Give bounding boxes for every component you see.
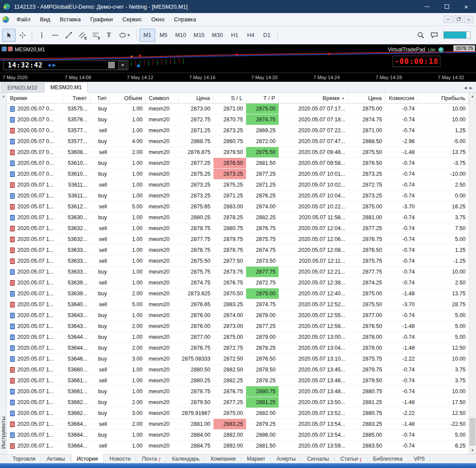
history-row[interactable]: 2020.05.07 1...53662...buy2.00mesm202879…	[7, 397, 469, 408]
bottom-tab[interactable]: Торговля	[7, 455, 41, 463]
trendline-tool-button[interactable]	[62, 29, 75, 42]
column-header-time_open[interactable]: Время	[7, 93, 63, 103]
timeframe-button-m15[interactable]: M15	[190, 29, 208, 42]
mdi-restore-button[interactable]	[454, 16, 463, 23]
bottom-tab[interactable]: Маркет	[241, 455, 271, 463]
close-button[interactable]: ×	[456, 0, 476, 13]
history-row[interactable]: 2020.05.07 1...53630...buy1.00mesm202880…	[7, 212, 469, 223]
text-tool-button[interactable]: T	[102, 29, 116, 42]
history-row[interactable]: 2020.05.07 1...53643...buy2.00mesm202876…	[7, 321, 469, 332]
zoom-tool-button[interactable]	[414, 29, 427, 42]
history-row[interactable]: 2020.05.07 0...53575...buy1.00mesm202873…	[7, 104, 469, 114]
history-row[interactable]: 2020.05.07 1...53633...buy1.00mesm202875…	[7, 267, 469, 277]
menu-item[interactable]: Сервис	[118, 13, 147, 26]
bottom-tab[interactable]: Активы	[41, 455, 70, 463]
history-row[interactable]: 2020.05.07 1...53639...buy2.00mesm202873…	[7, 288, 469, 299]
bottom-tab[interactable]: Новости	[104, 455, 136, 463]
column-header-volume[interactable]: Объем	[110, 93, 146, 103]
column-header-commission[interactable]: Комиссия	[385, 93, 418, 103]
chart-tab[interactable]: EPM20,M10	[1, 83, 43, 92]
next-arrow-icon[interactable]: ▶	[52, 63, 57, 67]
column-header-sl[interactable]: S / L	[213, 93, 246, 103]
history-row[interactable]: 2020.05.07 1...53633...sell1.00mesm20287…	[7, 256, 469, 267]
bottom-tab[interactable]: Сигналы	[301, 455, 335, 463]
scroll-up-icon[interactable]: ▲	[469, 93, 476, 100]
history-row[interactable]: 2020.05.07 0...53610...buy1.00mesm202877…	[7, 158, 469, 169]
table-scrollbar[interactable]: ▲ ▼	[469, 93, 476, 454]
history-row[interactable]: 2020.05.07 0...53577...buy4.00mesm202868…	[7, 136, 469, 147]
history-row[interactable]: 2020.05.07 1...53664...buy1.00mesm202884…	[7, 430, 469, 441]
column-header-tp[interactable]: T / P	[246, 93, 279, 103]
bottom-tab[interactable]: Почта7	[136, 455, 166, 463]
history-row[interactable]: 2020.05.07 1...53662...buy3.00mesm202879…	[7, 408, 469, 419]
history-row[interactable]: 2020.05.07 1...53640...sell5.00mesm20287…	[7, 299, 469, 310]
chart-window[interactable]: MESM20,M1 VirtualTradePad Lite 2878.75 1…	[0, 44, 476, 82]
fibonacci-tool-button[interactable]: F	[89, 29, 102, 42]
prev-arrow-icon[interactable]: ◀	[47, 63, 52, 67]
history-row[interactable]: 2020.05.07 1...53661...sell1.00mesm20288…	[7, 375, 469, 386]
column-header-symbol[interactable]: Символ	[146, 93, 179, 103]
history-row[interactable]: 2020.05.07 0...53576...buy1.00mesm202872…	[7, 114, 469, 125]
timeframe-button-d1[interactable]: D1	[259, 29, 275, 42]
menu-item[interactable]: Окно	[146, 13, 169, 26]
cursor-tool-button[interactable]	[2, 29, 16, 42]
history-row[interactable]: 2020.05.07 1...53644...buy2.00mesm202876…	[7, 343, 469, 354]
clock-close-icon[interactable]: ×	[118, 61, 127, 69]
history-row[interactable]: 2020.05.07 1...53664...sell1.00mesm20288…	[7, 441, 469, 451]
tab-scroll-left-icon[interactable]: ◀	[464, 86, 467, 90]
timeframe-button-m1[interactable]: M1	[140, 29, 155, 42]
tab-scroll-right-icon[interactable]: ▶	[469, 86, 473, 90]
globe-icon[interactable]	[438, 47, 444, 53]
history-row[interactable]: 2020.05.07 1...53644...buy1.00mesm202877…	[7, 332, 469, 343]
chart-window-icon[interactable]	[2, 16, 9, 23]
timeframe-button-m5[interactable]: M5	[156, 29, 171, 42]
column-header-time_close[interactable]: Время▲	[279, 93, 348, 103]
history-row[interactable]: 2020.05.07 1...53639...sell1.00mesm20287…	[7, 277, 469, 288]
history-row[interactable]: 2020.05.07 1...53611...sell1.00mesm20287…	[7, 180, 469, 191]
bottom-tab[interactable]: Календарь	[166, 455, 205, 463]
toolbox-close-icon[interactable]: ×	[0, 94, 7, 99]
bottom-tab[interactable]: Алерты	[271, 455, 301, 463]
chart-tab[interactable]: MESM20,M1	[44, 82, 88, 93]
history-row[interactable]: 2020.05.07 1...53632...sell1.00mesm20287…	[7, 223, 469, 234]
history-row[interactable]: 2020.05.07 1...53612...sell5.00mesm20287…	[7, 201, 469, 212]
mdi-close-button[interactable]: ×	[464, 16, 473, 23]
column-header-type[interactable]: Тип	[90, 93, 110, 103]
column-header-ticket[interactable]: Тикет	[63, 93, 90, 103]
history-row[interactable]: 2020.05.07 1...53611...buy1.00mesm202873…	[7, 191, 469, 201]
history-row[interactable]: 2020.05.07 1...53643...buy1.00mesm202876…	[7, 310, 469, 321]
scroll-down-icon[interactable]: ▼	[469, 447, 476, 454]
minimize-button[interactable]	[417, 0, 437, 13]
history-row[interactable]: 2020.05.07 1...53660...sell1.00mesm20288…	[7, 364, 469, 375]
maximize-button[interactable]	[437, 0, 456, 13]
timeframe-button-h4[interactable]: H4	[243, 29, 259, 42]
bottom-tab[interactable]: История	[71, 454, 104, 463]
history-row[interactable]: 2020.05.07 0...53610...buy1.00mesm202875…	[7, 169, 469, 180]
history-row[interactable]: 2020.05.07 1...53632...sell1.00mesm20287…	[7, 234, 469, 245]
menu-item[interactable]: Вид	[35, 13, 55, 26]
menu-item[interactable]: Файл	[12, 13, 35, 26]
shapes-tool-button[interactable]: ▼	[116, 29, 134, 42]
menu-item[interactable]: Справка	[169, 13, 201, 26]
menu-item[interactable]: Графики	[86, 13, 118, 26]
menu-item[interactable]: Вставка	[55, 13, 86, 26]
mdi-minimize-button[interactable]	[443, 16, 453, 23]
timeframe-button-m10[interactable]: M10	[172, 29, 190, 42]
history-row[interactable]: 2020.05.07 1...53664...sell2.00mesm20288…	[7, 419, 469, 430]
history-row[interactable]: 2020.05.07 1...53633...sell1.00mesm20287…	[7, 245, 469, 256]
timeframe-button-h1[interactable]: H1	[227, 29, 243, 42]
column-header-price_close[interactable]: Цена	[348, 93, 385, 103]
history-row[interactable]: 2020.05.07 0...53608...sell2.00mesm20287…	[7, 147, 469, 158]
bottom-tab[interactable]: Статьи1	[335, 455, 367, 463]
history-row[interactable]: 2020.05.07 1...53661...buy1.00mesm202878…	[7, 386, 469, 397]
chat-button[interactable]	[427, 29, 441, 42]
equidistant-channel-tool-button[interactable]: E	[75, 29, 89, 42]
column-header-profit[interactable]: Прибыль	[418, 93, 469, 103]
timeframe-button-m30[interactable]: M30	[209, 29, 226, 42]
slider-handle[interactable]	[108, 62, 115, 68]
chevron-down-icon[interactable]: ▼	[127, 33, 131, 37]
history-row[interactable]: 2020.05.07 0...53577...sell1.00mesm20287…	[7, 125, 469, 136]
bottom-tab[interactable]: Библиотека	[367, 455, 408, 463]
bottom-tab[interactable]: Компания	[205, 455, 241, 463]
horizontal-line-tool-button[interactable]	[48, 29, 62, 42]
